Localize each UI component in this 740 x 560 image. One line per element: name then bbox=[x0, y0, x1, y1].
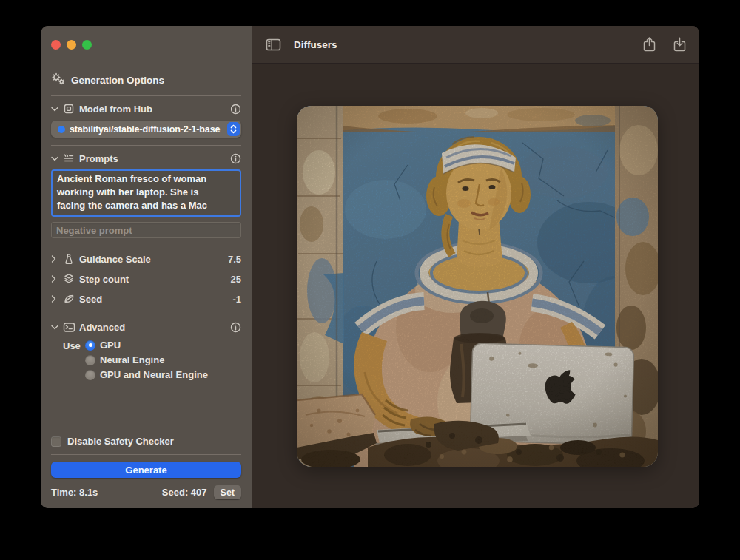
prompt-line: working with her laptop. She is bbox=[57, 186, 235, 199]
select-stepper-icon[interactable] bbox=[227, 122, 240, 136]
result-canvas bbox=[252, 64, 699, 508]
info-icon[interactable] bbox=[230, 322, 241, 333]
sidebar-header: Generation Options bbox=[51, 72, 241, 88]
model-from-hub-label: Model from Hub bbox=[79, 104, 230, 115]
negative-prompt-input[interactable]: Negative prompt bbox=[51, 222, 241, 238]
step-count-row[interactable]: Step count 25 bbox=[51, 271, 241, 286]
divider bbox=[51, 95, 241, 96]
scale-weight-icon bbox=[63, 253, 79, 265]
generate-button[interactable]: Generate bbox=[51, 462, 241, 478]
leaf-icon bbox=[63, 293, 79, 305]
prompts-label: Prompts bbox=[79, 153, 230, 164]
gears-icon bbox=[51, 72, 65, 88]
set-seed-button[interactable]: Set bbox=[214, 485, 241, 499]
text-quote-icon bbox=[63, 152, 79, 164]
model-from-hub-row[interactable]: Model from Hub bbox=[51, 102, 241, 115]
app-window: Generation Options Model from Hub bbox=[41, 26, 699, 508]
main-panel: Diffusers bbox=[252, 26, 699, 508]
model-select[interactable]: stabilityai/stable-diffusion-2-1-base bbox=[51, 121, 241, 138]
chevron-right-icon[interactable] bbox=[51, 275, 63, 283]
radio-gpu[interactable]: GPU bbox=[85, 340, 208, 351]
traffic-lights bbox=[51, 40, 241, 50]
result-seed: Seed: 407 bbox=[162, 487, 207, 498]
sidebar-toggle-button[interactable] bbox=[266, 38, 281, 51]
window-title: Diffusers bbox=[294, 39, 337, 50]
divider bbox=[51, 145, 241, 146]
seed-label: Seed bbox=[79, 294, 232, 305]
model-select-value: stabilityai/stable-diffusion-2-1-base bbox=[70, 124, 227, 135]
cpu-chip-icon bbox=[63, 103, 79, 115]
divider bbox=[51, 314, 241, 314]
step-count-value: 25 bbox=[231, 274, 241, 285]
chevron-down-icon[interactable] bbox=[51, 107, 63, 112]
radio-gpu-and-neural-engine-label: GPU and Neural Engine bbox=[100, 369, 208, 380]
save-download-button[interactable] bbox=[673, 37, 686, 52]
titlebar: Diffusers bbox=[252, 26, 699, 64]
model-status-dot bbox=[58, 126, 65, 133]
step-count-label: Step count bbox=[79, 274, 231, 285]
prompts-row[interactable]: Prompts bbox=[51, 152, 241, 165]
generation-time: Time: 8.1s bbox=[51, 487, 98, 498]
seed-row[interactable]: Seed -1 bbox=[51, 291, 241, 306]
radio-neural-engine[interactable]: Neural Engine bbox=[85, 354, 208, 365]
radio-gpu-label: GPU bbox=[100, 340, 121, 351]
minimize-button[interactable] bbox=[67, 40, 76, 50]
guidance-scale-row[interactable]: Guidance Scale 7.5 bbox=[51, 252, 241, 266]
layers-stack-icon bbox=[63, 273, 79, 285]
status-row: Time: 8.1s Seed: 407 Set bbox=[51, 485, 241, 499]
radio-selected-icon[interactable] bbox=[85, 340, 95, 351]
radio-unselected-icon[interactable] bbox=[85, 370, 95, 380]
prompt-line: Ancient Roman fresco of woman bbox=[57, 172, 235, 186]
radio-neural-engine-label: Neural Engine bbox=[100, 354, 164, 365]
negative-prompt-placeholder: Negative prompt bbox=[56, 225, 132, 236]
sidebar-bottom: Disable Safety Checker Generate Time: 8.… bbox=[51, 436, 241, 499]
close-button[interactable] bbox=[51, 40, 61, 50]
zoom-button[interactable] bbox=[82, 40, 92, 50]
chevron-down-icon[interactable] bbox=[51, 325, 63, 330]
guidance-scale-value: 7.5 bbox=[228, 254, 241, 265]
advanced-label: Advanced bbox=[79, 322, 230, 333]
generated-image[interactable] bbox=[297, 106, 658, 467]
sidebar: Generation Options Model from Hub bbox=[41, 26, 252, 508]
radio-unselected-icon[interactable] bbox=[85, 355, 95, 365]
disable-safety-checker-label: Disable Safety Checker bbox=[67, 436, 174, 447]
compute-unit-group: Use GPU Neural Engine GPU and Neural Eng… bbox=[51, 340, 241, 380]
radio-gpu-and-neural-engine[interactable]: GPU and Neural Engine bbox=[85, 369, 208, 380]
divider bbox=[51, 246, 241, 246]
chevron-right-icon[interactable] bbox=[51, 255, 63, 263]
share-button[interactable] bbox=[643, 37, 656, 52]
guidance-scale-label: Guidance Scale bbox=[79, 254, 228, 265]
use-label: Use bbox=[63, 340, 85, 351]
chevron-down-icon[interactable] bbox=[51, 156, 63, 161]
prompt-textarea[interactable]: Ancient Roman fresco of woman working wi… bbox=[51, 169, 241, 217]
disable-safety-checker-row[interactable]: Disable Safety Checker bbox=[51, 436, 241, 447]
chevron-right-icon[interactable] bbox=[51, 295, 63, 303]
info-icon[interactable] bbox=[230, 153, 241, 164]
checkbox-unchecked-icon[interactable] bbox=[51, 436, 61, 447]
seed-value: -1 bbox=[232, 294, 241, 305]
divider bbox=[51, 454, 241, 455]
sidebar-title: Generation Options bbox=[71, 75, 164, 86]
info-icon[interactable] bbox=[230, 104, 241, 115]
terminal-icon bbox=[63, 322, 79, 333]
advanced-row[interactable]: Advanced bbox=[51, 320, 241, 334]
prompt-line: facing the camera and has a Mac bbox=[57, 199, 235, 212]
